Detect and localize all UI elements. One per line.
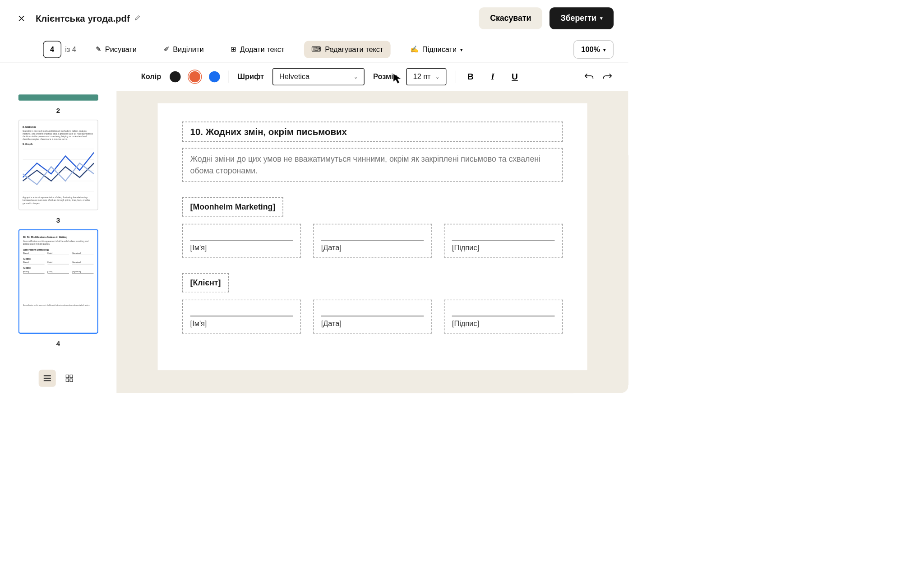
draw-label: Рисувати xyxy=(105,45,137,54)
color-black[interactable] xyxy=(170,71,180,82)
name-label: [Ім'я] xyxy=(190,319,293,328)
signature-label: [Підпис] xyxy=(452,319,555,328)
thumb-number: 4 xyxy=(56,340,60,348)
date-field[interactable]: [Дата] xyxy=(313,300,432,334)
cancel-button[interactable]: Скасувати xyxy=(479,7,542,29)
chevron-down-icon: ⌄ xyxy=(354,74,358,80)
thumb-text: A graph is a visual representation of da… xyxy=(23,196,94,205)
signature-field[interactable]: [Підпис] xyxy=(444,224,563,258)
add-text-icon: ⊞ xyxy=(231,46,236,54)
page-total: із 4 xyxy=(65,45,76,54)
svg-rect-11 xyxy=(70,379,73,382)
toolbar: із 4 ✎ Рисувати ✐ Виділити ⊞ Додати текс… xyxy=(0,37,628,62)
thumb-chart xyxy=(23,149,94,192)
thumb-footer: No modification on this agreement shall … xyxy=(23,304,93,306)
page-input[interactable] xyxy=(43,41,61,58)
thumb-heading: 9. Graph xyxy=(23,143,94,145)
divider xyxy=(229,70,229,83)
chevron-down-icon: ⌄ xyxy=(435,74,439,80)
thumb-number: 3 xyxy=(56,216,60,224)
list-view-button[interactable] xyxy=(38,370,55,387)
thumb-page-3[interactable]: 8. Statistics Statistics is the study an… xyxy=(18,120,98,210)
thumb-client: [Client] xyxy=(23,267,93,270)
view-toggle xyxy=(0,364,116,393)
size-select[interactable]: 12 пт ⌄ xyxy=(407,68,447,85)
paragraph-text-box[interactable]: Жодні зміни до цих умов не вважатимуться… xyxy=(182,148,563,182)
close-icon xyxy=(18,14,25,22)
list-icon xyxy=(43,375,51,382)
sidebar: 2 8. Statistics Statistics is the study … xyxy=(0,91,116,393)
thumbnails: 2 8. Statistics Statistics is the study … xyxy=(0,91,116,364)
date-label: [Дата] xyxy=(321,243,424,252)
chevron-down-icon: ▾ xyxy=(460,47,462,52)
color-label: Колір xyxy=(141,72,161,81)
svg-rect-8 xyxy=(66,375,69,378)
format-toolbar: Колір Шрифт Helvetica ⌄ Розмір 12 пт ⌄ B… xyxy=(0,62,628,91)
add-text-label: Додати текст xyxy=(240,45,285,54)
thumb-text: Statistics is the study and application … xyxy=(23,130,94,141)
thumb-page-2-partial[interactable] xyxy=(18,94,98,101)
sign-tool[interactable]: ✍ Підписати ▾ xyxy=(403,41,470,58)
edit-text-tool[interactable]: ⌨ Редагувати текст xyxy=(304,41,391,58)
page: 10. Жодних змін, окрім письмових Жодні з… xyxy=(158,103,587,370)
thumb-company: [Moonhelm Marketing] xyxy=(23,248,93,251)
grid-icon xyxy=(65,375,73,382)
name-label: [Ім'я] xyxy=(190,243,293,252)
divider xyxy=(455,70,455,83)
svg-rect-10 xyxy=(66,379,69,382)
italic-button[interactable]: I xyxy=(486,70,499,84)
sign-icon: ✍ xyxy=(410,46,418,54)
edit-text-label: Редагувати текст xyxy=(325,45,383,54)
grid-view-button[interactable] xyxy=(60,370,78,387)
undo-icon xyxy=(584,73,593,79)
color-blue[interactable] xyxy=(209,71,220,82)
save-button[interactable]: Зберегти ▾ xyxy=(550,7,614,29)
thumb-number: 2 xyxy=(56,107,60,115)
bold-button[interactable]: B xyxy=(464,70,477,84)
close-button[interactable] xyxy=(15,12,28,25)
signature-field[interactable]: [Підпис] xyxy=(444,300,563,334)
company-text-box[interactable]: [Moonhelm Marketing] xyxy=(182,197,283,217)
save-label: Зберегти xyxy=(561,14,596,23)
name-field[interactable]: [Ім'я] xyxy=(182,300,301,334)
underline-button[interactable]: U xyxy=(508,70,522,84)
thumb-page-4[interactable]: 10. No Modifications Unless in Writing N… xyxy=(18,229,98,334)
thumb-heading: 10. No Modifications Unless in Writing xyxy=(23,236,93,238)
chevron-down-icon: ▾ xyxy=(603,47,605,52)
size-value: 12 пт xyxy=(413,72,431,81)
font-select[interactable]: Helvetica ⌄ xyxy=(273,68,365,85)
edit-title-icon[interactable] xyxy=(135,14,141,22)
page-indicator: із 4 xyxy=(43,41,76,58)
undo-button[interactable] xyxy=(583,70,595,83)
highlight-tool[interactable]: ✐ Виділити xyxy=(156,41,211,58)
color-orange[interactable] xyxy=(189,71,200,82)
add-text-tool[interactable]: ⊞ Додати текст xyxy=(223,41,292,58)
font-value: Helvetica xyxy=(279,72,310,81)
zoom-button[interactable]: 100% ▾ xyxy=(573,40,614,59)
thumb-heading: 8. Statistics xyxy=(23,126,94,129)
svg-rect-9 xyxy=(70,375,73,378)
date-label: [Дата] xyxy=(321,319,424,328)
redo-icon xyxy=(603,73,612,79)
date-field[interactable]: [Дата] xyxy=(313,224,432,258)
edit-text-icon: ⌨ xyxy=(311,46,321,54)
chevron-down-icon: ▾ xyxy=(600,15,602,21)
highlight-label: Виділити xyxy=(173,45,203,54)
draw-icon: ✎ xyxy=(96,46,101,54)
thumb-text: No modification on this agreement shall … xyxy=(23,240,93,245)
redo-button[interactable] xyxy=(601,70,614,83)
main-canvas[interactable]: 10. Жодних змін, окрім письмових Жодні з… xyxy=(116,91,628,393)
size-label: Розмір xyxy=(373,72,398,81)
font-label: Шрифт xyxy=(238,72,264,81)
header: Клієнтська угода.pdf Скасувати Зберегти … xyxy=(0,0,628,37)
sign-label: Підписати xyxy=(422,45,457,54)
highlight-icon: ✐ xyxy=(164,46,169,54)
thumb-client: [Client] xyxy=(23,257,93,260)
heading-text-box[interactable]: 10. Жодних змін, окрім письмових xyxy=(182,121,563,142)
client-text-box[interactable]: [Клієнт] xyxy=(182,273,229,293)
signature-label: [Підпис] xyxy=(452,243,555,252)
name-field[interactable]: [Ім'я] xyxy=(182,224,301,258)
draw-tool[interactable]: ✎ Рисувати xyxy=(88,41,144,58)
document-title: Клієнтська угода.pdf xyxy=(36,13,141,23)
zoom-label: 100% xyxy=(581,45,600,54)
